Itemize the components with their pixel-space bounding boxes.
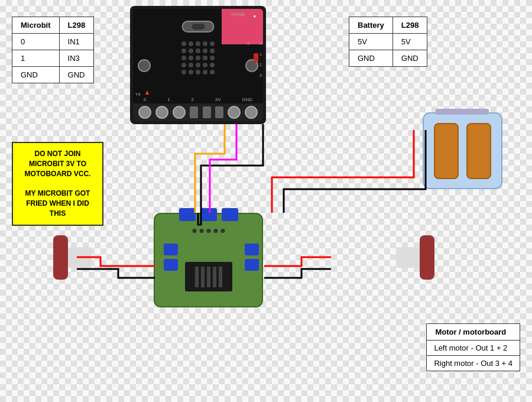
- row-3-label: 3: [259, 73, 262, 77]
- led-4-1: [189, 70, 193, 74]
- motorboard-right-connectors: [245, 244, 259, 271]
- motorboard-chip: [185, 262, 232, 291]
- diagram-container: Microbit L298 0 IN1 1 IN3 GND GND Batter…: [0, 0, 532, 402]
- microbit-led-grid: [181, 41, 215, 74]
- led-1-2: [196, 48, 200, 53]
- battery-cell-1: [434, 123, 459, 179]
- led-0-2: [196, 41, 200, 46]
- blue-connector-1: [179, 208, 196, 221]
- right-wheel-tire: [420, 235, 434, 280]
- microbit-board: THEME ●: [130, 6, 266, 124]
- right-wheel-assembly: [396, 235, 434, 280]
- microbit-board-inner: THEME ●: [133, 9, 263, 121]
- battery-5v-col2: 5V: [392, 34, 427, 50]
- battery-col-header: Battery: [349, 17, 393, 34]
- dot-1: [192, 229, 196, 233]
- led-1-1: [189, 48, 193, 53]
- triangle-indicator: ▲: [144, 88, 151, 96]
- led-2-1: [189, 56, 193, 60]
- led-3-3: [203, 63, 207, 67]
- row-1-label: 1: [259, 52, 262, 56]
- pin-1-label: 1: [167, 97, 170, 102]
- led-0-1: [189, 41, 193, 46]
- y4-label: Y4: [135, 92, 141, 96]
- led-3-2: [196, 63, 200, 67]
- blue-connector-3: [222, 208, 238, 221]
- battery-cell-2: [466, 123, 491, 179]
- row-0-label: 0: [259, 41, 262, 46]
- left-wheel-tire: [53, 235, 68, 280]
- microbit-theme-label: THEME: [231, 12, 246, 17]
- edge-pin-small-3: [215, 106, 223, 118]
- microbit-row2-col2: IN3: [59, 50, 94, 67]
- motorboard-top-connectors: [179, 208, 238, 221]
- motor-table: Motor / motorboard Left motor - Out 1 + …: [426, 323, 520, 371]
- microbit-table: Microbit L298 0 IN1 1 IN3 GND GND: [12, 17, 94, 83]
- orange-wire-pin0: [195, 124, 225, 213]
- battery-terminals: [436, 109, 489, 115]
- led-0-4: [210, 41, 215, 46]
- l298-col-header: L298: [59, 17, 94, 34]
- right-wheel-hub: [396, 247, 420, 268]
- edge-pin-small-2: [203, 106, 211, 118]
- edge-pin-gnd: [245, 106, 258, 119]
- led-4-3: [203, 70, 207, 74]
- dot-2: [199, 229, 203, 233]
- led-4-4: [210, 70, 215, 74]
- pin-gnd-label: GND: [242, 97, 252, 102]
- microbit-logo: ●: [253, 14, 256, 19]
- microbit-button-a: [138, 59, 151, 72]
- microbit-row3-col1: GND: [12, 67, 60, 83]
- pin-0-label: 0: [144, 97, 146, 102]
- led-3-0: [181, 63, 186, 67]
- warning-text: DO NOT JOIN MICROBIT 3V TO MOTOBOARD VCC…: [25, 150, 91, 218]
- led-2-0: [181, 56, 186, 60]
- microbit-row2-col1: 1: [12, 50, 60, 67]
- battery-pack: [423, 112, 502, 189]
- small-connector-right-2: [245, 259, 259, 271]
- edge-pin-large-1: [155, 106, 168, 119]
- warning-box: DO NOT JOIN MICROBIT 3V TO MOTOBOARD VCC…: [12, 142, 103, 226]
- edge-pin-3v: [228, 106, 241, 119]
- microbit-usb-connector: [182, 21, 215, 33]
- row-2-label: 2: [259, 63, 262, 67]
- motorboard-left-connectors: [164, 244, 178, 271]
- chip-lines: [195, 267, 222, 287]
- motor-table-header: Motor / motorboard: [427, 324, 520, 341]
- led-2-4: [210, 56, 215, 60]
- pink-wire-pin1: [210, 124, 236, 213]
- edge-pin-small-1: [190, 106, 198, 118]
- battery-gnd-col1: GND: [349, 50, 393, 67]
- led-1-0: [181, 48, 186, 53]
- right-motor-row: Right motor - Out 3 + 4: [427, 356, 520, 371]
- led-0-0: [181, 41, 186, 46]
- led-4-0: [181, 70, 186, 74]
- battery-5v-col1: 5V: [349, 34, 393, 50]
- small-connector-right-1: [245, 244, 259, 255]
- small-connector-left-2: [164, 259, 178, 271]
- led-3-4: [210, 63, 215, 67]
- dot-5: [220, 229, 225, 233]
- led-3-1: [189, 63, 193, 67]
- pin-3v-label: 3V: [215, 97, 221, 102]
- led-2-3: [203, 56, 207, 60]
- edge-pin-large-0: [138, 106, 151, 119]
- left-wheel-hub: [68, 247, 92, 268]
- pin-2-label: 2: [191, 97, 193, 102]
- battery-gnd-col2: GND: [392, 50, 427, 67]
- led-1-3: [203, 48, 207, 53]
- microbit-row1-col2: IN1: [59, 34, 94, 50]
- chip-line-2: [201, 267, 205, 287]
- left-wheel-assembly: [53, 235, 92, 280]
- edge-pin-large-2: [173, 106, 186, 119]
- led-4-2: [196, 70, 200, 74]
- chip-line-5: [219, 267, 222, 287]
- chip-line-1: [195, 267, 199, 287]
- dot-3: [206, 229, 210, 233]
- chip-line-4: [213, 267, 216, 287]
- battery-table: Battery L298 5V 5V GND GND: [349, 17, 427, 67]
- dot-4: [213, 229, 218, 233]
- small-connector-left-1: [164, 244, 178, 255]
- blue-connector-2: [200, 208, 217, 221]
- x-label: X: [247, 41, 250, 46]
